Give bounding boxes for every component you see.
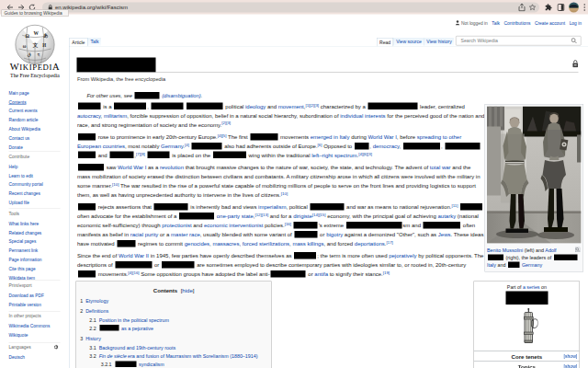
svg-text:ق: ق — [28, 52, 31, 57]
svg-text:文: 文 — [32, 42, 39, 48]
svg-text:ω: ω — [23, 43, 27, 49]
svg-text:あ: あ — [43, 32, 48, 39]
svg-text:Ω: Ω — [25, 33, 29, 39]
svg-text:И: И — [42, 42, 46, 48]
svg-text:W: W — [34, 30, 40, 36]
